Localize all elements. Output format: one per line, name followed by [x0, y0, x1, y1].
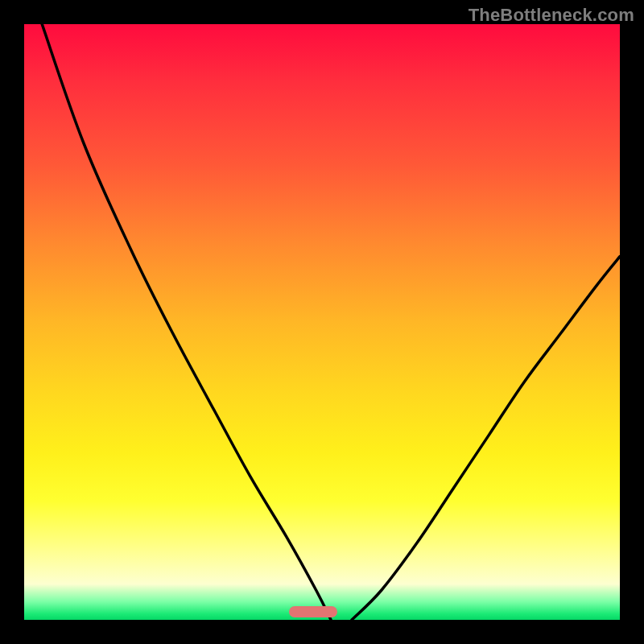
chart-container: TheBottleneck.com	[0, 0, 644, 644]
optimum-indicator	[289, 606, 337, 617]
plot-area	[24, 24, 620, 620]
attribution-label: TheBottleneck.com	[469, 5, 634, 26]
bottleneck-curve	[24, 24, 620, 620]
curve-left-branch	[42, 24, 331, 620]
curve-right-branch	[352, 257, 620, 620]
